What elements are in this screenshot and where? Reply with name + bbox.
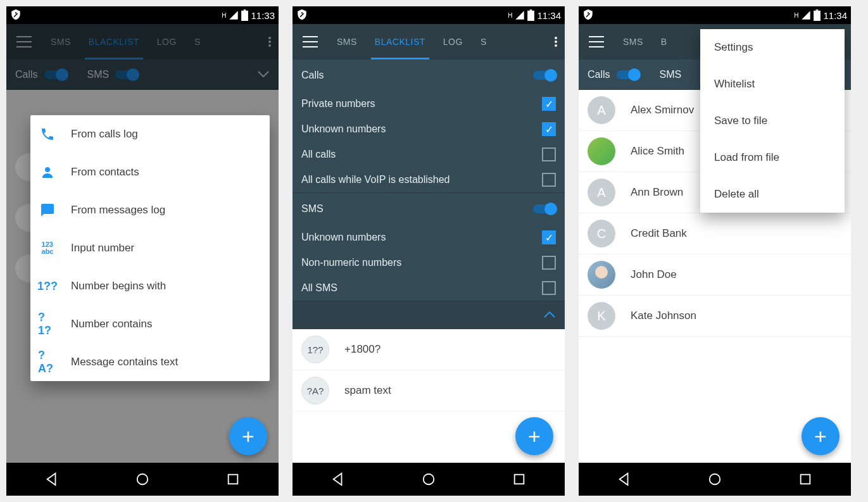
checkbox-icon[interactable]: ✓	[542, 97, 556, 111]
recents-icon[interactable]	[226, 472, 240, 486]
back-icon[interactable]	[45, 472, 59, 486]
tab-log[interactable]: LOG	[148, 24, 186, 60]
back-icon[interactable]	[617, 472, 631, 486]
contact-item[interactable]: KKate Johnson	[579, 296, 851, 337]
tab-blacklist[interactable]: B	[652, 24, 676, 60]
rule-item[interactable]: ?A? spam text	[292, 370, 565, 411]
contact-item[interactable]: CCredit Bank	[579, 213, 851, 254]
fab-add[interactable]: +	[229, 417, 267, 455]
svg-point-3	[268, 41, 271, 43]
popup-message-contains-text[interactable]: ?A?Message contains text	[30, 343, 270, 381]
home-icon[interactable]	[422, 472, 436, 486]
home-icon[interactable]	[708, 472, 722, 486]
tab-extra[interactable]: S	[186, 24, 210, 60]
popup-from-contacts[interactable]: From contacts	[30, 153, 270, 191]
calls-item-all[interactable]: All calls	[292, 142, 565, 167]
home-icon[interactable]	[135, 472, 149, 486]
menu-save-to-file[interactable]: Save to file	[700, 103, 845, 139]
popup-label: Number begins with	[71, 280, 166, 292]
svg-point-4	[268, 44, 271, 47]
menu-settings[interactable]: Settings	[700, 29, 845, 66]
calls-item-private[interactable]: Private numbers✓	[292, 91, 565, 116]
overflow-button[interactable]	[547, 37, 565, 47]
sms-switch[interactable]	[115, 70, 138, 79]
popup-from-messages-log[interactable]: From messages log	[30, 191, 270, 229]
checkbox-icon[interactable]	[542, 173, 556, 187]
status-bar: H 11:34	[579, 6, 851, 24]
menu-button[interactable]	[579, 36, 614, 47]
popup-from-calls-log[interactable]: From calls log	[30, 115, 270, 153]
svg-point-6	[137, 474, 148, 485]
back-icon[interactable]	[331, 472, 345, 486]
rule-item[interactable]: 1?? +1800?	[292, 329, 565, 370]
calls-master-switch[interactable]	[533, 71, 556, 80]
menu-whitelist[interactable]: Whitelist	[700, 66, 845, 103]
sms-master-switch[interactable]	[533, 204, 556, 213]
sms-item-all[interactable]: All SMS	[292, 275, 565, 301]
checkbox-icon[interactable]: ✓	[542, 122, 556, 136]
calls-label: Calls	[15, 69, 38, 80]
popup-number-contains[interactable]: ?1?Number contains	[30, 305, 270, 343]
recents-icon[interactable]	[512, 472, 526, 486]
calls-item-unknown[interactable]: Unknown numbers✓	[292, 116, 565, 142]
tab-sms[interactable]: SMS	[42, 24, 80, 60]
popup-input-number[interactable]: 123abcInput number	[30, 229, 270, 267]
phone-icon	[38, 127, 57, 142]
contact-name: Alice Smith	[631, 145, 684, 158]
menu-delete-all[interactable]: Delete all	[700, 176, 845, 213]
tab-blacklist[interactable]: BLACKLIST	[80, 24, 148, 60]
svg-rect-8	[528, 11, 535, 21]
item-label: Private numbers	[301, 98, 375, 110]
checkbox-icon[interactable]: ✓	[542, 230, 556, 244]
fab-add[interactable]: +	[802, 417, 840, 455]
phone-c: H 11:34 SMS B Calls SMS AAlex Smirnov Al…	[579, 6, 851, 496]
menu-load-from-file[interactable]: Load from file	[700, 139, 845, 176]
rule-badge-icon: 1??	[301, 336, 329, 363]
avatar-letter: A	[588, 96, 615, 124]
shield-icon	[10, 9, 22, 20]
tab-extra[interactable]: S	[472, 24, 496, 60]
clock: 11:33	[251, 10, 275, 21]
svg-point-5	[45, 167, 50, 172]
avatar-photo	[588, 137, 615, 165]
checkbox-icon[interactable]	[542, 147, 556, 161]
avatar-letter: A	[588, 179, 615, 206]
calls-switch[interactable]	[44, 70, 67, 79]
contact-name: Credit Bank	[631, 227, 687, 240]
avatar-letter: C	[588, 220, 615, 248]
status-bar: H 11:34	[292, 6, 565, 24]
svg-point-12	[555, 44, 557, 47]
phone-b: H 11:34 SMS BLACKLIST LOG S Calls Privat…	[292, 6, 565, 496]
chevron-down-icon[interactable]	[257, 69, 270, 80]
fab-add[interactable]: +	[515, 417, 553, 455]
contact-name: Ann Brown	[631, 186, 683, 199]
tab-sms[interactable]: SMS	[614, 24, 652, 60]
nav-bar	[292, 463, 565, 496]
svg-rect-9	[530, 9, 532, 11]
calls-label: Calls	[588, 69, 610, 80]
checkbox-icon[interactable]	[542, 281, 556, 295]
item-label: All SMS	[301, 282, 337, 294]
menu-button[interactable]	[6, 36, 42, 47]
calls-switch[interactable]	[617, 70, 639, 79]
menu-button[interactable]	[292, 36, 328, 47]
popup-number-begins-with[interactable]: 1??Number begins with	[30, 267, 270, 305]
item-label: All calls while VoIP is established	[301, 174, 450, 185]
tab-blacklist[interactable]: BLACKLIST	[366, 24, 434, 60]
sms-item-nonnumeric[interactable]: Non-numeric numbers	[292, 250, 565, 275]
collapse-row[interactable]	[292, 301, 565, 329]
calls-item-voip[interactable]: All calls while VoIP is established	[292, 167, 565, 192]
tab-sms[interactable]: SMS	[328, 24, 366, 60]
sms-item-unknown[interactable]: Unknown numbers✓	[292, 225, 565, 250]
tab-log[interactable]: LOG	[434, 24, 472, 60]
recents-icon[interactable]	[798, 472, 812, 486]
contact-name: John Doe	[631, 268, 677, 281]
calls-section: Calls Private numbers✓ Unknown numbers✓ …	[292, 60, 565, 193]
rule-label: +1800?	[344, 343, 381, 356]
person-icon	[38, 165, 57, 180]
checkbox-icon[interactable]	[542, 256, 556, 270]
contact-item[interactable]: John Doe	[579, 254, 851, 296]
clock: 11:34	[537, 10, 561, 21]
toggle-row: Calls SMS	[6, 60, 279, 90]
overflow-button[interactable]	[261, 37, 279, 47]
